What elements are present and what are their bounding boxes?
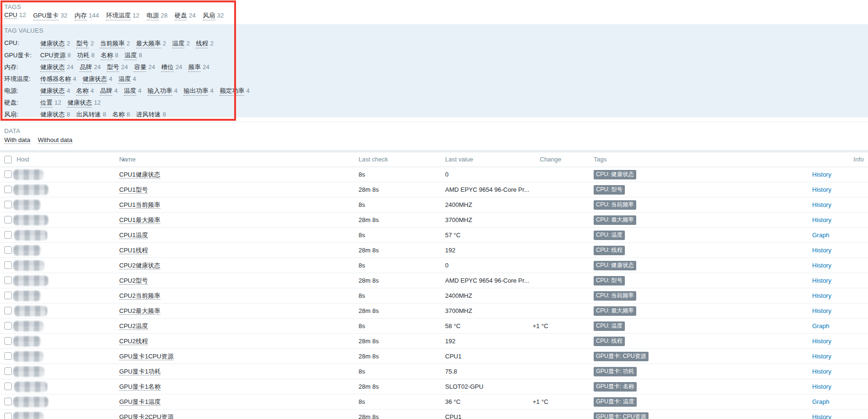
history-graph-link[interactable]: Graph	[812, 394, 829, 409]
tag-filter-link[interactable]: 环境温度	[106, 11, 131, 20]
tag-filter-link[interactable]: 电源	[147, 11, 159, 20]
host-link-redacted[interactable]	[14, 306, 47, 316]
history-graph-link[interactable]: History	[812, 243, 831, 258]
tag-value-link[interactable]: 温度	[118, 75, 131, 84]
history-graph-link[interactable]: History	[812, 288, 831, 303]
tag-value-link[interactable]: 容量	[134, 63, 146, 72]
host-link-redacted[interactable]	[13, 215, 48, 225]
tag-value-link[interactable]: 输出功率	[184, 87, 208, 96]
tag-value-link[interactable]: 槽位	[161, 63, 174, 72]
tag-value-link[interactable]: 传感器名称	[40, 75, 71, 84]
tag-chip[interactable]: CPU: 最大频率	[594, 215, 636, 225]
item-name-link[interactable]: GPU显卡1CPU资源	[119, 349, 174, 364]
item-name-link[interactable]: CPU2当前频率	[119, 288, 160, 303]
tag-chip[interactable]: GPU显卡: 功耗	[594, 367, 637, 376]
row-checkbox[interactable]	[4, 307, 12, 314]
without-data-link[interactable]: Without data	[38, 136, 72, 144]
tag-filter-link[interactable]: 硬盘	[175, 11, 187, 20]
host-link-redacted[interactable]	[13, 276, 48, 286]
host-link-redacted[interactable]	[13, 185, 48, 195]
item-name-link[interactable]: CPU1当前频率	[119, 197, 160, 212]
host-link-redacted[interactable]	[14, 382, 47, 392]
row-checkbox[interactable]	[4, 398, 12, 405]
tag-chip[interactable]: CPU: 最大频率	[594, 306, 636, 316]
history-graph-link[interactable]: History	[812, 167, 831, 182]
item-name-link[interactable]: CPU1健康状态	[119, 167, 160, 182]
host-link-redacted[interactable]	[13, 245, 41, 256]
row-checkbox[interactable]	[4, 352, 12, 360]
history-graph-link[interactable]: History	[812, 182, 831, 197]
history-graph-link[interactable]: History	[812, 410, 831, 419]
row-checkbox[interactable]	[4, 246, 12, 254]
host-link-redacted[interactable]	[13, 412, 44, 419]
tag-value-link[interactable]: 位置	[40, 98, 53, 107]
tag-chip[interactable]: GPU显卡: 温度	[594, 397, 637, 407]
history-graph-link[interactable]: History	[812, 197, 831, 212]
tag-filter-link[interactable]: 内存	[75, 11, 87, 20]
item-name-link[interactable]: CPU2线程	[119, 334, 148, 348]
item-name-link[interactable]: GPU显卡1功耗	[119, 364, 160, 379]
host-link-redacted[interactable]	[13, 200, 41, 210]
history-graph-link[interactable]: History	[812, 273, 831, 288]
tag-chip[interactable]: CPU: 型号	[594, 276, 625, 285]
tag-value-link[interactable]: 额定功率	[219, 87, 244, 96]
item-name-link[interactable]: GPU显卡1温度	[119, 394, 160, 409]
tag-value-link[interactable]: 最大频率	[136, 39, 161, 48]
tag-value-link[interactable]: 型号	[107, 63, 119, 72]
history-graph-link[interactable]: History	[812, 303, 831, 318]
row-checkbox[interactable]	[4, 276, 12, 284]
tag-value-link[interactable]: 进风转速	[136, 110, 161, 119]
tag-chip[interactable]: CPU: 温度	[594, 321, 625, 331]
tag-value-link[interactable]: CPU资源	[40, 51, 65, 60]
host-link-redacted[interactable]	[13, 351, 44, 362]
tag-chip[interactable]: CPU: 当前频率	[594, 200, 636, 210]
history-graph-link[interactable]: Graph	[812, 228, 829, 242]
row-checkbox[interactable]	[4, 231, 12, 239]
item-name-link[interactable]: CPU1最大频率	[119, 213, 160, 227]
tag-chip[interactable]: GPU显卡: CPU资源	[594, 352, 649, 361]
tag-value-link[interactable]: 型号	[76, 39, 88, 48]
tag-chip[interactable]: CPU: 健康状态	[594, 170, 636, 179]
host-link-redacted[interactable]	[13, 336, 41, 347]
row-checkbox[interactable]	[4, 383, 12, 390]
tag-value-link[interactable]: 功耗	[77, 51, 89, 60]
tag-value-link[interactable]: 健康状态	[82, 75, 107, 84]
tag-chip[interactable]: CPU: 线程	[594, 246, 625, 255]
history-graph-link[interactable]: History	[812, 213, 831, 227]
row-checkbox[interactable]	[4, 367, 12, 375]
history-graph-link[interactable]: History	[812, 379, 831, 394]
tag-chip[interactable]: GPU显卡: CPU资源	[594, 412, 649, 419]
host-link-redacted[interactable]	[13, 260, 44, 271]
item-name-link[interactable]: CPU1温度	[119, 228, 148, 242]
tag-chip[interactable]: CPU: 型号	[594, 185, 625, 195]
host-link-redacted[interactable]	[14, 230, 47, 241]
tag-value-link[interactable]: 温度	[172, 39, 184, 48]
tag-chip[interactable]: CPU: 线程	[594, 337, 625, 346]
tag-value-link[interactable]: 健康状态	[40, 87, 65, 96]
item-name-link[interactable]: CPU2最大频率	[119, 303, 160, 318]
row-checkbox[interactable]	[4, 292, 12, 299]
row-checkbox[interactable]	[4, 413, 12, 419]
tag-filter-link[interactable]: CPU	[4, 11, 17, 19]
tag-value-link[interactable]: 线程	[196, 39, 208, 48]
tag-value-link[interactable]: 名称	[101, 51, 113, 60]
tag-value-link[interactable]: 健康状态	[40, 39, 65, 48]
row-checkbox[interactable]	[4, 216, 12, 223]
select-all-checkbox[interactable]	[4, 156, 12, 163]
tag-value-link[interactable]: 名称	[76, 87, 88, 96]
host-link-redacted[interactable]	[13, 291, 41, 301]
tag-chip[interactable]: CPU: 健康状态	[594, 261, 636, 270]
row-checkbox[interactable]	[4, 201, 12, 208]
tag-value-link[interactable]: 健康状态	[67, 98, 92, 107]
row-checkbox[interactable]	[4, 261, 12, 269]
item-name-link[interactable]: CPU2型号	[119, 273, 148, 288]
tag-filter-link[interactable]: 风扇	[203, 11, 215, 20]
with-data-link[interactable]: With data	[4, 136, 30, 144]
row-checkbox[interactable]	[4, 170, 12, 178]
tag-value-link[interactable]: 频率	[188, 63, 201, 72]
tag-value-link[interactable]: 品牌	[100, 87, 112, 96]
host-link-redacted[interactable]	[13, 321, 44, 331]
tag-filter-link[interactable]: GPU显卡	[33, 11, 59, 20]
row-checkbox[interactable]	[4, 337, 12, 345]
item-name-link[interactable]: GPU显卡1名称	[119, 379, 160, 394]
